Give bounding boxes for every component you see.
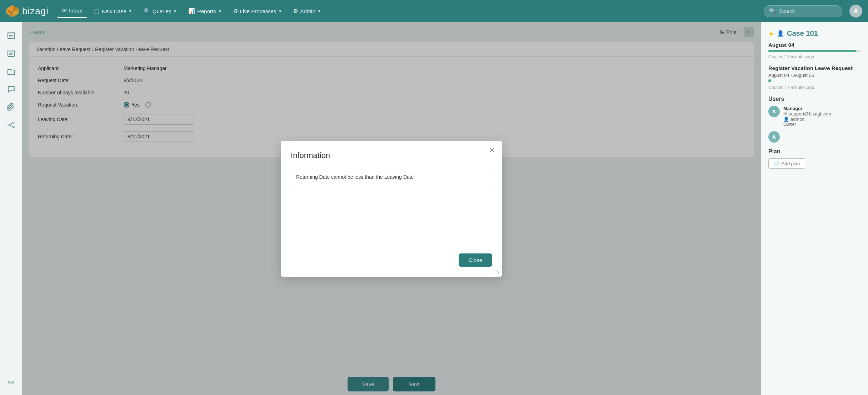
reports-icon: 📊 bbox=[188, 8, 195, 14]
sidebar-icon-chat[interactable] bbox=[4, 82, 19, 97]
modal-close-button[interactable]: Close bbox=[459, 253, 492, 267]
svg-line-14 bbox=[9, 123, 13, 125]
user-avatar[interactable]: A bbox=[849, 5, 862, 18]
progress-bar-fill bbox=[768, 50, 856, 52]
svg-line-15 bbox=[9, 125, 13, 127]
case-title-row: ★ 👤 Case 101 bbox=[768, 29, 861, 38]
user-name-manager: Manager bbox=[783, 106, 831, 111]
modal-footer: Close bbox=[291, 246, 492, 267]
sidebar-icon-form[interactable] bbox=[4, 28, 19, 43]
case-title: Case 101 bbox=[787, 29, 818, 38]
svg-point-13 bbox=[13, 126, 14, 128]
sidebar-icon-workflow[interactable] bbox=[4, 117, 19, 132]
user-username-manager: 👤 admon bbox=[783, 117, 831, 122]
svg-point-12 bbox=[13, 122, 14, 123]
task-created-text: Created 17 minutes ago bbox=[768, 85, 861, 90]
admin-icon: ⚙ bbox=[293, 8, 298, 14]
live-processes-caret: ▼ bbox=[278, 9, 282, 13]
star-icon[interactable]: ★ bbox=[768, 30, 774, 38]
add-plan-button[interactable]: 📄 Add plan bbox=[768, 158, 805, 169]
nav-item-queries[interactable]: 🔍 Queries ▼ bbox=[139, 5, 182, 17]
nav-item-reports[interactable]: 📊 Reports ▼ bbox=[183, 5, 226, 17]
user-info-manager: Manager ✉ support@bizagi.com 👤 admon Own… bbox=[783, 106, 831, 127]
queries-caret: ▼ bbox=[173, 9, 177, 13]
sidebar-icon-folder[interactable] bbox=[4, 64, 19, 79]
live-processes-icon: ♻ bbox=[233, 8, 238, 14]
user-email-manager: ✉ support@bizagi.com bbox=[783, 111, 831, 117]
logo[interactable]: bizagi bbox=[6, 4, 49, 18]
case-date: August 04 bbox=[768, 42, 861, 48]
modal-close-icon[interactable]: ✕ bbox=[489, 147, 495, 154]
content-area: ‹ Back 🖶 Print › Vacation Leave Request … bbox=[22, 22, 761, 395]
admin-caret: ▼ bbox=[318, 9, 321, 13]
modal-dialog: Information ✕ Returning Date cannot be l… bbox=[281, 141, 502, 277]
nav-item-live-processes[interactable]: ♻ Live Processes ▼ bbox=[228, 5, 287, 17]
person-icon: 👤 bbox=[783, 117, 789, 122]
modal-overlay: Information ✕ Returning Date cannot be l… bbox=[22, 22, 761, 395]
search-icon: 🔍 bbox=[769, 8, 776, 15]
task-progress-dot bbox=[768, 79, 771, 82]
nav-item-admin[interactable]: ⚙ Admin ▼ bbox=[288, 5, 326, 17]
reports-caret: ▼ bbox=[218, 9, 222, 13]
nav-item-new-case[interactable]: ◯ New Case ▼ bbox=[89, 5, 137, 17]
right-panel: ★ 👤 Case 101 August 04 Created 17 minute… bbox=[761, 22, 868, 395]
modal-message: Returning Date cannot be less than the L… bbox=[296, 174, 414, 180]
user-avatar-secondary: A bbox=[768, 131, 780, 143]
add-plan-icon: 📄 bbox=[774, 161, 779, 166]
sidebar-icon-list[interactable] bbox=[4, 46, 19, 61]
modal-resize-handle[interactable]: ↘ bbox=[496, 269, 500, 275]
svg-point-11 bbox=[8, 124, 9, 125]
modal-message-box: Returning Date cannot be less than the L… bbox=[291, 169, 492, 190]
plan-section-title: Plan bbox=[768, 148, 861, 155]
sidebar-icon-collapse[interactable]: «« bbox=[4, 374, 19, 389]
task-title: Register Vacation Leave Request bbox=[768, 65, 861, 71]
user-share-icon: 👤 bbox=[777, 30, 784, 37]
user-avatar-manager: A bbox=[768, 106, 780, 117]
queries-icon: 🔍 bbox=[144, 8, 150, 14]
logo-text: bizagi bbox=[22, 6, 49, 17]
user-role-manager: Owner bbox=[783, 122, 831, 127]
user-row-manager: A Manager ✉ support@bizagi.com 👤 admon O… bbox=[768, 106, 861, 127]
user-row-secondary: A bbox=[768, 131, 861, 143]
modal-title: Information bbox=[291, 151, 492, 160]
nav-item-inbox[interactable]: ✉ Inbox bbox=[57, 5, 87, 18]
new-case-icon: ◯ bbox=[94, 8, 100, 14]
sidebar-icons: «« bbox=[0, 22, 22, 395]
main-layout: «« ‹ Back 🖶 Print › Vacation Lea bbox=[0, 22, 868, 395]
users-section-title: Users bbox=[768, 96, 861, 102]
inbox-icon: ✉ bbox=[62, 8, 67, 14]
search-box[interactable]: 🔍 bbox=[764, 5, 842, 17]
nav-items: ✉ Inbox ◯ New Case ▼ 🔍 Queries ▼ 📊 Repor… bbox=[57, 5, 761, 18]
top-navigation: bizagi ✉ Inbox ◯ New Case ▼ 🔍 Queries ▼ … bbox=[0, 0, 868, 22]
logo-icon bbox=[6, 4, 19, 18]
progress-bar-container bbox=[768, 50, 861, 52]
sidebar-icon-attachment[interactable] bbox=[4, 99, 19, 114]
search-input[interactable] bbox=[779, 8, 837, 14]
email-icon: ✉ bbox=[783, 111, 787, 117]
task-dates: August 04 - August 05 bbox=[768, 73, 861, 78]
case-created-text: Created 17 minutes ago bbox=[768, 54, 861, 59]
new-case-caret: ▼ bbox=[129, 9, 132, 13]
